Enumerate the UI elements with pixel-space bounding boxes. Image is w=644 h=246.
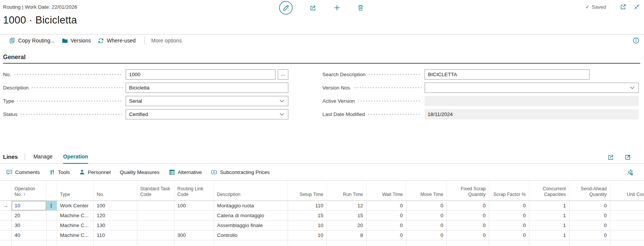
cell-wait_time[interactable]: 0 xyxy=(366,201,406,210)
cell-type[interactable] xyxy=(57,240,93,246)
cell-scrap_factor[interactable]: 0 xyxy=(489,210,529,220)
cell-operation_no[interactable]: 30 xyxy=(11,220,46,230)
column-header-unit_cost[interactable]: Unit Cost xyxy=(610,181,644,201)
column-header-fixed_scrap_quantity[interactable]: Fixed Scrap Quantity xyxy=(446,181,489,201)
cell-unit_cost[interactable] xyxy=(610,230,644,240)
versions-button[interactable]: Versions xyxy=(62,38,91,44)
column-header-setup_time[interactable]: Setup Time xyxy=(288,181,327,201)
cell-scrap_factor[interactable]: 0 xyxy=(489,220,529,230)
cell-standard_task_code[interactable] xyxy=(137,201,174,210)
tab-operation[interactable]: Operation xyxy=(63,150,88,164)
unpin-icon[interactable] xyxy=(626,169,633,176)
column-header-operation_no[interactable]: Operation No. ↑ xyxy=(11,181,46,201)
cell-concurrent_capacities[interactable]: 1 xyxy=(529,220,569,230)
tab-manage[interactable]: Manage xyxy=(33,150,53,164)
cell-send_ahead_quantity[interactable] xyxy=(569,240,610,246)
cell-no[interactable]: 130 xyxy=(93,220,137,230)
cell-wait_time[interactable]: 0 xyxy=(366,210,406,220)
cell-wait_time[interactable]: 0 xyxy=(366,230,406,240)
column-header-wait_time[interactable]: Wait Time xyxy=(366,181,406,201)
cell-routing_link_code[interactable]: 300 xyxy=(174,230,214,240)
cell-standard_task_code[interactable] xyxy=(137,240,174,246)
cell-setup_time[interactable]: 10 xyxy=(288,220,327,230)
cell-move_time[interactable]: 0 xyxy=(406,230,446,240)
cell-setup_time[interactable]: 10 xyxy=(288,230,327,240)
cell-description[interactable]: Assemblaggio finale xyxy=(214,220,288,230)
delete-button[interactable] xyxy=(357,4,364,11)
cell-move_time[interactable] xyxy=(406,240,446,246)
tools-button[interactable]: Tools xyxy=(49,169,70,175)
popout-icon[interactable] xyxy=(620,3,627,10)
column-header-scrap_factor[interactable]: Scrap Factor % xyxy=(489,181,529,201)
more-options-button[interactable]: More options xyxy=(151,38,182,44)
cell-run_time[interactable] xyxy=(327,240,366,246)
cell-run_time[interactable]: 15 xyxy=(327,210,366,220)
column-header-send_ahead_quantity[interactable]: Send-Ahead Quantity xyxy=(569,181,610,201)
cell-type[interactable]: Work Center xyxy=(57,201,93,210)
cell-wait_time[interactable] xyxy=(366,240,406,246)
column-header-description[interactable]: Description xyxy=(214,181,288,201)
cell-concurrent_capacities[interactable]: 1 xyxy=(529,210,569,220)
column-header-type[interactable]: Type xyxy=(57,181,93,201)
cell-no[interactable]: 120 xyxy=(93,210,137,220)
quality-measures-button[interactable]: Quality Measures xyxy=(120,169,160,175)
comments-button[interactable]: Comments xyxy=(6,169,40,175)
cell-setup_time[interactable]: 15 xyxy=(288,210,327,220)
copy-routing-button[interactable]: Copy Routing... xyxy=(9,38,55,44)
cell-no[interactable]: 100 xyxy=(93,201,137,210)
cell-run_time[interactable]: 20 xyxy=(327,220,366,230)
cell-standard_task_code[interactable] xyxy=(137,210,174,220)
cell-concurrent_capacities[interactable]: 1 xyxy=(529,230,569,240)
cell-setup_time[interactable] xyxy=(288,240,327,246)
cell-fixed_scrap_quantity[interactable]: 0 xyxy=(446,230,489,240)
alternative-button[interactable]: Alternative xyxy=(169,169,202,175)
field-input-search-description[interactable] xyxy=(425,69,590,80)
assist-edit-button[interactable]: ... xyxy=(278,69,288,80)
cell-send_ahead_quantity[interactable]: 0 xyxy=(569,230,610,240)
breadcrumb[interactable]: Routing | Work Date: 22/01/2026 xyxy=(3,4,77,10)
field-select-status[interactable]: Certified xyxy=(126,109,288,119)
cell-type[interactable]: Machine C... xyxy=(57,210,93,220)
cell-unit_cost[interactable] xyxy=(610,210,644,220)
share-icon[interactable] xyxy=(607,154,614,161)
field-select-version-nos[interactable] xyxy=(425,83,639,93)
column-header-move_time[interactable]: Move Time xyxy=(406,181,446,201)
expand-icon[interactable] xyxy=(624,154,631,161)
cell-scrap_factor[interactable] xyxy=(489,240,529,246)
cell-move_time[interactable]: 0 xyxy=(406,210,446,220)
cell-unit_cost[interactable] xyxy=(610,220,644,230)
where-used-button[interactable]: Where-used xyxy=(98,38,135,44)
cell-run_time[interactable]: 8 xyxy=(327,230,366,240)
cell-no[interactable] xyxy=(93,240,137,246)
cell-fixed_scrap_quantity[interactable] xyxy=(446,240,489,246)
cell-setup_time[interactable]: 110 xyxy=(288,201,327,210)
row-menu-button[interactable]: ⋮ xyxy=(46,201,57,210)
cell-scrap_factor[interactable]: 0 xyxy=(489,201,529,210)
add-button[interactable] xyxy=(333,4,341,11)
cell-operation_no[interactable]: 10 xyxy=(11,201,46,210)
cell-move_time[interactable]: 0 xyxy=(406,220,446,230)
cell-run_time[interactable]: 12 xyxy=(327,201,366,210)
field-input-no[interactable] xyxy=(126,69,275,80)
cell-scrap_factor[interactable]: 0 xyxy=(489,230,529,240)
field-select-type[interactable]: Serial xyxy=(126,96,288,106)
cell-standard_task_code[interactable] xyxy=(137,220,174,230)
cell-operation_no[interactable]: 20 xyxy=(11,210,46,220)
cell-routing_link_code[interactable] xyxy=(174,220,214,230)
column-header-standard_task_code[interactable]: Standard Task Code xyxy=(137,181,174,201)
cell-send_ahead_quantity[interactable]: 0 xyxy=(569,220,610,230)
cell-description[interactable]: Montaggio ruota xyxy=(214,201,288,210)
cell-wait_time[interactable]: 0 xyxy=(366,220,406,230)
collapse-icon[interactable] xyxy=(633,3,640,10)
field-input-description[interactable] xyxy=(126,83,288,93)
cell-type[interactable]: Machine C... xyxy=(57,230,93,240)
cell-fixed_scrap_quantity[interactable]: 0 xyxy=(446,210,489,220)
column-header-routing_link_code[interactable]: Routing Link Code xyxy=(174,181,214,201)
cell-type[interactable]: Machine C... xyxy=(57,220,93,230)
cell-concurrent_capacities[interactable]: 1 xyxy=(529,201,569,210)
cell-description[interactable]: Controllo xyxy=(214,230,288,240)
column-header-run_time[interactable]: Run Time xyxy=(327,181,366,201)
cell-move_time[interactable]: 0 xyxy=(406,201,446,210)
cell-routing_link_code[interactable] xyxy=(174,240,214,246)
subcontracting-prices-button[interactable]: Subcontracting Prices xyxy=(211,169,269,175)
